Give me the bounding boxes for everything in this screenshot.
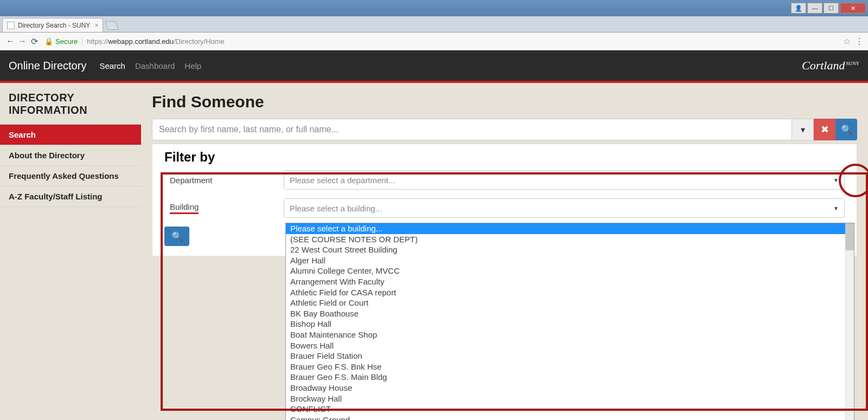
app-header: Online Directory Search Dashboard Help C… bbox=[0, 50, 868, 81]
filter-title: Filter by bbox=[164, 150, 845, 165]
page-icon bbox=[7, 22, 15, 29]
building-option[interactable]: Alger Hall bbox=[286, 255, 854, 266]
url-display[interactable]: https:// webapp.cortland.edu /Directory/… bbox=[87, 37, 843, 46]
building-option[interactable]: Arrangement With Faculty bbox=[286, 276, 854, 287]
sidebar-item-search[interactable]: Search bbox=[0, 125, 141, 145]
sidebar-title: DIRECTORY INFORMATION bbox=[0, 92, 141, 125]
building-option[interactable]: Alumni College Center, MVCC bbox=[286, 266, 854, 276]
sidebar-item-faq[interactable]: Frequently Asked Questions bbox=[0, 166, 141, 186]
building-option[interactable]: BK Bay Boathouse bbox=[286, 308, 854, 319]
building-option[interactable]: (SEE COURSE NOTES OR DEPT) bbox=[286, 234, 854, 245]
chevron-down-icon: ▼ bbox=[833, 205, 839, 211]
building-option[interactable]: Broadway House bbox=[286, 383, 854, 393]
app-brand[interactable]: Online Directory bbox=[9, 60, 86, 72]
filter-panel: Filter by Department Please select a dep… bbox=[152, 144, 857, 256]
tab-title: Directory Search - SUNY bbox=[18, 22, 90, 29]
nav-search[interactable]: Search bbox=[99, 61, 125, 70]
cortland-logo[interactable]: CortlandSUNY bbox=[802, 59, 859, 73]
close-tab-icon[interactable]: × bbox=[94, 22, 98, 29]
building-select[interactable]: Please select a building... ▼ bbox=[284, 198, 845, 218]
scrollbar-thumb[interactable] bbox=[845, 223, 854, 250]
building-dropdown-list[interactable]: Please select a building...(SEE COURSE N… bbox=[285, 223, 854, 420]
window-titlebar: 👤 — ☐ ✕ bbox=[0, 0, 868, 16]
filter-search-button[interactable]: 🔍 bbox=[164, 227, 189, 246]
lock-icon: 🔒 bbox=[44, 37, 53, 46]
new-tab-button[interactable] bbox=[105, 21, 119, 30]
search-icon: 🔍 bbox=[171, 231, 183, 242]
department-placeholder: Please select a department... bbox=[290, 176, 395, 185]
department-select[interactable]: Please select a department... ▼ bbox=[284, 170, 845, 190]
security-indicator[interactable]: 🔒 Secure bbox=[44, 37, 82, 46]
department-label: Department bbox=[164, 176, 284, 185]
browser-menu-icon[interactable]: ⋮ bbox=[855, 36, 864, 47]
dropdown-scrollbar[interactable] bbox=[845, 223, 854, 420]
building-option[interactable]: Athletic Field for CASA report bbox=[286, 287, 854, 298]
clear-button[interactable]: ✖ bbox=[814, 119, 835, 140]
search-input[interactable]: Search by first name, last name, or full… bbox=[152, 119, 792, 140]
forward-button[interactable]: → bbox=[16, 36, 28, 46]
main-area: DIRECTORY INFORMATION Search About the D… bbox=[0, 83, 868, 256]
building-label: Building bbox=[170, 202, 199, 214]
department-row: Department Please select a department...… bbox=[164, 170, 845, 190]
maximize-button[interactable]: ☐ bbox=[824, 3, 839, 14]
content-area: Find Someone Search by first name, last … bbox=[141, 83, 868, 256]
search-placeholder: Search by first name, last name, or full… bbox=[159, 125, 339, 134]
minimize-button[interactable]: — bbox=[807, 3, 822, 14]
browser-tab[interactable]: Directory Search - SUNY × bbox=[2, 18, 103, 32]
search-icon: 🔍 bbox=[841, 124, 852, 135]
bookmark-star-icon[interactable]: ☆ bbox=[843, 36, 851, 47]
building-option[interactable]: Brauer Geo F.S. Bnk Hse bbox=[286, 361, 854, 372]
sidebar-item-about[interactable]: About the Directory bbox=[0, 145, 141, 166]
user-icon[interactable]: 👤 bbox=[791, 3, 806, 14]
nav-dashboard[interactable]: Dashboard bbox=[135, 61, 175, 70]
close-icon: ✖ bbox=[821, 124, 829, 135]
building-label-wrap: Building bbox=[164, 202, 284, 214]
building-option[interactable]: CONFLICT bbox=[286, 404, 854, 415]
building-option[interactable]: Brauer Geo F.S. Main Bldg bbox=[286, 372, 854, 383]
back-button[interactable]: ← bbox=[4, 36, 16, 46]
caret-down-icon: ▾ bbox=[801, 125, 805, 135]
building-option[interactable]: Campus Ground bbox=[286, 415, 854, 420]
building-option[interactable]: Boat Maintenance Shop bbox=[286, 329, 854, 340]
building-option[interactable]: 22 West Court Street Building bbox=[286, 244, 854, 255]
search-button[interactable]: 🔍 bbox=[835, 119, 857, 140]
building-option[interactable]: Bishop Hall bbox=[286, 319, 854, 329]
building-row: Building Please select a building... ▼ bbox=[164, 198, 845, 218]
search-dropdown-toggle[interactable]: ▾ bbox=[792, 119, 814, 140]
sidebar: DIRECTORY INFORMATION Search About the D… bbox=[0, 83, 141, 256]
building-option[interactable]: Please select a building... bbox=[286, 223, 854, 234]
building-option[interactable]: Brockway Hall bbox=[286, 393, 854, 404]
chevron-down-icon: ▼ bbox=[833, 177, 839, 183]
browser-tab-strip: Directory Search - SUNY × bbox=[0, 16, 868, 33]
building-placeholder: Please select a building... bbox=[290, 204, 382, 213]
sidebar-item-az-listing[interactable]: A-Z Faculty/Staff Listing bbox=[0, 186, 141, 207]
nav-help[interactable]: Help bbox=[184, 61, 201, 70]
building-option[interactable]: Bowers Hall bbox=[286, 340, 854, 351]
search-row: Search by first name, last name, or full… bbox=[152, 119, 857, 140]
building-option[interactable]: Brauer Field Station bbox=[286, 351, 854, 361]
secure-label: Secure bbox=[55, 37, 78, 46]
browser-address-bar: ← → ⟳ 🔒 Secure https:// webapp.cortland.… bbox=[0, 33, 868, 50]
reload-button[interactable]: ⟳ bbox=[28, 36, 40, 47]
page-title: Find Someone bbox=[152, 93, 857, 111]
building-option[interactable]: Athletic Field or Court bbox=[286, 298, 854, 308]
close-window-button[interactable]: ✕ bbox=[840, 3, 866, 14]
